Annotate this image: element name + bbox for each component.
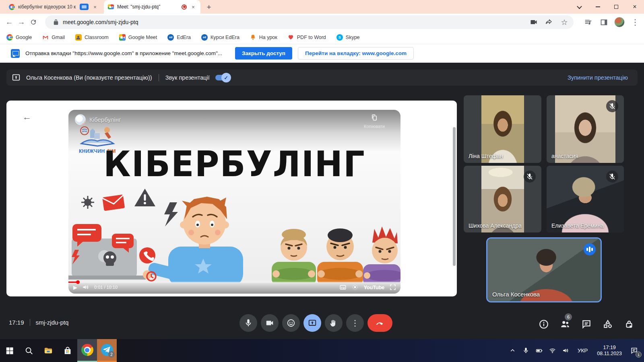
settings-gear-icon[interactable] xyxy=(351,284,359,291)
battery-icon[interactable] xyxy=(535,346,544,356)
activities-button[interactable] xyxy=(603,319,613,329)
google-icon xyxy=(6,34,13,41)
youtube-logo[interactable]: YouTube xyxy=(363,284,384,290)
window-close-button[interactable]: × xyxy=(625,0,644,14)
volume-icon[interactable] xyxy=(82,284,89,291)
page-back-arrow-icon[interactable]: ← xyxy=(23,112,31,122)
tab-meet[interactable]: Meet: "smj-zjdu-ptq" × xyxy=(104,0,200,14)
forward-button[interactable]: → xyxy=(15,16,27,28)
tab-close-button[interactable]: × xyxy=(92,4,98,10)
fullscreen-icon[interactable] xyxy=(389,284,396,291)
bookmark-star-icon[interactable]: ☆ xyxy=(560,18,569,27)
wifi-icon[interactable] xyxy=(548,346,557,356)
meet-icon xyxy=(119,34,126,41)
presenter-bar: Ольга Косенкова (Ви (показуєте презентац… xyxy=(6,70,638,86)
mic-muted-icon xyxy=(606,171,618,183)
subtitles-icon[interactable] xyxy=(339,284,347,291)
mic-muted-icon xyxy=(524,171,536,183)
copy-icon xyxy=(371,114,378,121)
chat-button[interactable] xyxy=(581,319,592,329)
media-controls-icon[interactable] xyxy=(584,17,593,27)
new-tab-button[interactable]: + xyxy=(204,2,214,12)
raise-hand-button[interactable] xyxy=(325,314,343,332)
address-bar[interactable]: meet.google.com/smj-zjdu-ptq ☆ xyxy=(45,15,574,29)
bookmark-skype[interactable]: SSkype xyxy=(336,34,360,41)
clock[interactable]: 17:19 08.11.2023 xyxy=(594,345,624,357)
stop-presentation-button[interactable]: Зупинити презентацію xyxy=(568,74,628,81)
url-text[interactable]: meet.google.com/smj-zjdu-ptq xyxy=(63,19,523,25)
participant-name: Ліна Штефан xyxy=(469,153,503,159)
mic-button[interactable] xyxy=(239,314,257,332)
volume-icon[interactable] xyxy=(561,346,571,356)
language-indicator[interactable]: УКР xyxy=(574,348,591,354)
reload-icon xyxy=(30,19,37,26)
canvas-scrollbar[interactable] xyxy=(453,127,456,266)
participant-name: Ольга Косенкова xyxy=(492,291,540,298)
progress-bar[interactable] xyxy=(68,282,400,283)
messenger-taskbar-button[interactable]: 2 xyxy=(97,339,117,362)
bookmark-na-urok[interactable]: На урок xyxy=(250,34,277,41)
window-maximize-button[interactable] xyxy=(607,0,625,14)
chrome-taskbar-button[interactable] xyxy=(77,339,97,362)
present-button[interactable] xyxy=(303,314,321,332)
browser-menu-icon[interactable]: ⋮ xyxy=(630,17,640,27)
speaking-indicator-icon xyxy=(584,243,596,255)
camera-icon xyxy=(265,319,274,327)
tray-mic-icon[interactable] xyxy=(521,346,531,356)
action-center-button[interactable]: 1 xyxy=(628,345,640,357)
back-button[interactable]: ← xyxy=(3,16,15,28)
bookmark-google[interactable]: Google xyxy=(6,34,32,41)
meeting-details-button[interactable] xyxy=(539,319,549,329)
video-main-title: КІБЕРБУЛІНГ xyxy=(68,143,400,185)
bookmark-edera[interactable]: edEdEra xyxy=(167,34,191,41)
camera-button[interactable] xyxy=(261,314,279,332)
participant-tile[interactable]: анастасия xyxy=(547,95,624,163)
participant-tile[interactable]: Шихова Александра xyxy=(464,166,541,232)
channel-avatar[interactable] xyxy=(75,114,86,125)
youtube-player[interactable]: Кібербулінг Копіювати xyxy=(68,110,400,294)
side-panel-icon[interactable] xyxy=(599,17,609,27)
tray-chevron-up-icon[interactable] xyxy=(508,346,518,356)
video-channel-title[interactable]: Кібербулінг xyxy=(89,116,121,123)
tab-video-lesson[interactable]: кібербулінг відеоурок 10 к × xyxy=(5,0,102,14)
copy-link-button[interactable]: Копіювати xyxy=(360,114,388,129)
taskbar-search-button[interactable] xyxy=(19,339,39,362)
tab-title: Meet: "smj-zjdu-ptq" xyxy=(117,4,178,10)
reload-button[interactable] xyxy=(27,16,39,28)
more-options-button[interactable]: ⋮ xyxy=(346,314,364,332)
classroom-icon xyxy=(75,34,82,41)
end-call-button[interactable] xyxy=(367,314,392,332)
bookmark-classroom[interactable]: Classroom xyxy=(75,34,109,41)
microsoft-store-button[interactable] xyxy=(58,339,77,362)
participant-tile[interactable]: Елизавета Ерёмина xyxy=(547,166,624,232)
host-controls-button[interactable] xyxy=(624,319,634,329)
presenter-name: Ольга Косенкова (Ви (показуєте презентац… xyxy=(26,74,152,81)
reactions-button[interactable] xyxy=(282,314,300,332)
chevron-down-icon xyxy=(577,4,582,9)
play-button[interactable]: ▶ xyxy=(73,284,77,290)
copy-label: Копіювати xyxy=(360,124,388,129)
store-icon xyxy=(63,346,72,355)
participants-button[interactable]: 6 xyxy=(560,319,570,329)
go-to-tab-button[interactable]: Перейти на вкладку: www.google.com xyxy=(298,47,414,60)
presentation-sound-toggle[interactable]: ✓ xyxy=(215,75,230,80)
tab-search-button[interactable] xyxy=(570,0,588,14)
divider xyxy=(30,319,30,326)
toolbar-right: ⋮ xyxy=(584,15,640,29)
file-explorer-button[interactable] xyxy=(39,339,58,362)
active-speaker-tile[interactable]: Ольга Косенкова xyxy=(486,237,602,302)
bookmark-gmail[interactable]: Gmail xyxy=(42,34,65,41)
tab-close-button[interactable]: × xyxy=(190,4,196,10)
stop-sharing-button[interactable]: Закрыть доступ xyxy=(235,47,292,60)
google-favicon-icon xyxy=(9,4,15,10)
share-icon[interactable] xyxy=(545,18,553,27)
bookmark-edera-courses[interactable]: edКурси EdEra xyxy=(201,34,239,41)
participant-tile[interactable]: Ліна Штефан xyxy=(464,95,541,163)
start-button[interactable] xyxy=(0,339,19,362)
bookmark-google-meet[interactable]: Google Meet xyxy=(119,34,157,41)
divider xyxy=(159,74,159,81)
window-minimize-button[interactable] xyxy=(588,0,607,14)
bookmark-pdf-to-word[interactable]: PDF to Word xyxy=(288,34,326,41)
profile-avatar[interactable] xyxy=(614,17,625,27)
camera-permission-icon[interactable] xyxy=(529,18,538,27)
